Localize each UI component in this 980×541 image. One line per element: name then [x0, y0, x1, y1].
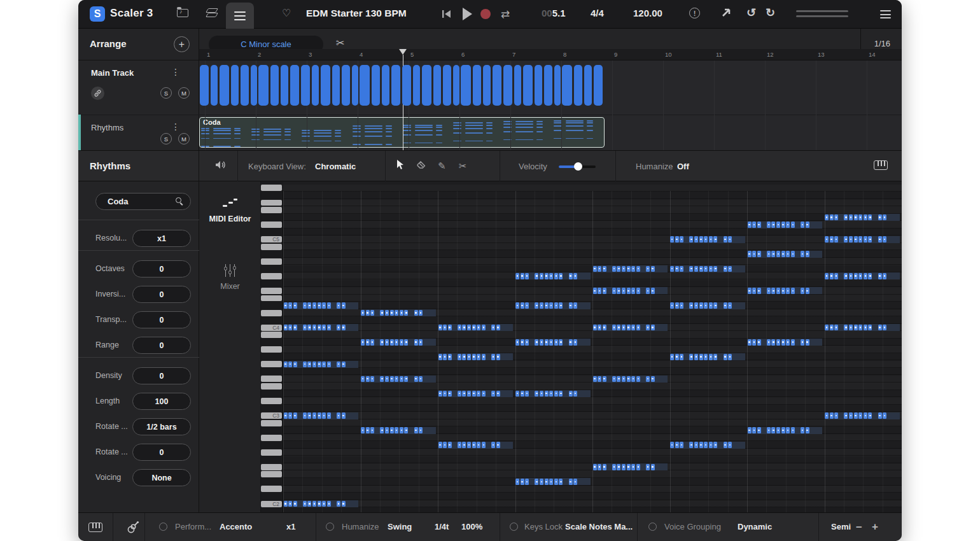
midi-note[interactable] — [612, 376, 616, 383]
midi-note[interactable] — [554, 391, 558, 397]
humanize-toggle[interactable] — [326, 523, 334, 531]
midi-note[interactable] — [342, 302, 346, 309]
midi-note[interactable] — [617, 325, 620, 331]
midi-note[interactable] — [545, 391, 549, 397]
snap-value[interactable]: 1/16 — [874, 39, 890, 48]
chord-block[interactable] — [200, 65, 209, 106]
layers-icon[interactable] — [207, 8, 218, 19]
midi-note[interactable] — [515, 273, 519, 279]
midi-note[interactable] — [458, 354, 461, 360]
midi-note[interactable] — [312, 412, 316, 419]
white-key[interactable] — [261, 244, 282, 250]
select-cursor-icon[interactable] — [395, 159, 405, 171]
midi-note[interactable] — [549, 479, 553, 485]
midi-note[interactable] — [366, 339, 370, 346]
midi-note[interactable] — [622, 376, 626, 383]
midi-note[interactable] — [748, 427, 752, 433]
midi-note[interactable] — [293, 302, 297, 309]
midi-note[interactable] — [631, 266, 635, 272]
midi-note[interactable] — [573, 302, 577, 309]
midi-note[interactable] — [636, 325, 640, 331]
chord-block[interactable] — [382, 65, 389, 106]
midi-note[interactable] — [675, 442, 679, 448]
record-button[interactable] — [480, 9, 491, 19]
chord-block[interactable] — [372, 65, 380, 106]
midi-note[interactable] — [868, 412, 872, 419]
midi-note[interactable] — [825, 214, 829, 221]
white-key[interactable] — [261, 288, 282, 294]
chord-block[interactable] — [251, 65, 257, 106]
time-signature[interactable]: 4/4 — [591, 8, 604, 18]
midi-note[interactable] — [366, 427, 370, 433]
chord-block[interactable] — [391, 65, 400, 106]
midi-note[interactable] — [525, 479, 529, 485]
midi-note[interactable] — [385, 427, 389, 433]
param-value-pill[interactable]: 0 — [132, 337, 191, 354]
midi-note[interactable] — [598, 266, 601, 272]
chord-block[interactable] — [544, 65, 552, 106]
param-value-pill[interactable]: x1 — [132, 230, 191, 247]
midi-note[interactable] — [515, 479, 519, 485]
chord-block[interactable] — [413, 65, 420, 106]
param-value-pill[interactable]: None — [132, 469, 191, 486]
white-key[interactable] — [261, 486, 282, 492]
chord-block[interactable] — [332, 65, 340, 106]
midi-note[interactable] — [603, 464, 606, 470]
semitone-plus-button[interactable]: + — [872, 521, 878, 533]
midi-note[interactable] — [883, 412, 886, 419]
chord-block[interactable] — [360, 65, 370, 106]
keyboard-toggle-icon[interactable] — [874, 160, 888, 170]
midi-note[interactable] — [724, 302, 727, 309]
midi-note[interactable] — [535, 479, 538, 485]
white-key[interactable] — [261, 471, 282, 477]
midi-note[interactable] — [670, 354, 674, 360]
midi-note[interactable] — [554, 479, 558, 485]
midi-note[interactable] — [646, 325, 650, 331]
midi-note[interactable] — [521, 391, 524, 397]
midi-note[interactable] — [303, 362, 307, 368]
midi-note[interactable] — [646, 288, 650, 294]
midi-note[interactable] — [858, 273, 862, 279]
midi-note[interactable] — [361, 376, 365, 383]
preview-speaker-icon[interactable] — [215, 160, 226, 170]
midi-note[interactable] — [448, 391, 452, 397]
midi-note[interactable] — [825, 412, 829, 419]
midi-note[interactable] — [878, 236, 882, 242]
midi-note[interactable] — [327, 302, 331, 309]
midi-note[interactable] — [834, 412, 838, 419]
voicegroup-toggle[interactable] — [648, 523, 657, 531]
midi-note[interactable] — [834, 214, 838, 221]
midi-note[interactable] — [825, 273, 829, 279]
midi-note[interactable] — [593, 325, 597, 331]
midi-note[interactable] — [699, 442, 703, 448]
midi-note[interactable] — [868, 325, 872, 331]
midi-note[interactable] — [752, 427, 756, 433]
midi-note[interactable] — [776, 251, 780, 257]
midi-note[interactable] — [670, 302, 674, 309]
midi-note[interactable] — [646, 376, 650, 383]
midi-note[interactable] — [458, 442, 461, 448]
chord-block[interactable] — [241, 65, 249, 106]
midi-note[interactable] — [318, 501, 321, 507]
midi-note[interactable] — [767, 339, 771, 346]
midi-note[interactable] — [689, 442, 693, 448]
midi-note[interactable] — [414, 427, 418, 433]
midi-note[interactable] — [515, 302, 519, 309]
param-value-pill[interactable]: 0 — [132, 367, 191, 384]
midi-note[interactable] — [844, 214, 848, 221]
midi-note[interactable] — [781, 427, 785, 433]
midi-note[interactable] — [549, 339, 553, 346]
midi-note[interactable] — [573, 391, 577, 397]
midi-note[interactable] — [704, 302, 708, 309]
midi-note[interactable] — [612, 325, 616, 331]
midi-note[interactable] — [675, 236, 679, 242]
note-grid[interactable] — [283, 191, 902, 512]
main-menu-icon[interactable] — [880, 10, 891, 21]
midi-note[interactable] — [713, 442, 717, 448]
midi-note[interactable] — [318, 302, 321, 309]
midi-note[interactable] — [438, 354, 442, 360]
midi-note[interactable] — [713, 266, 717, 272]
midi-note[interactable] — [849, 236, 853, 242]
midi-note[interactable] — [414, 376, 418, 383]
midi-note[interactable] — [525, 391, 529, 397]
